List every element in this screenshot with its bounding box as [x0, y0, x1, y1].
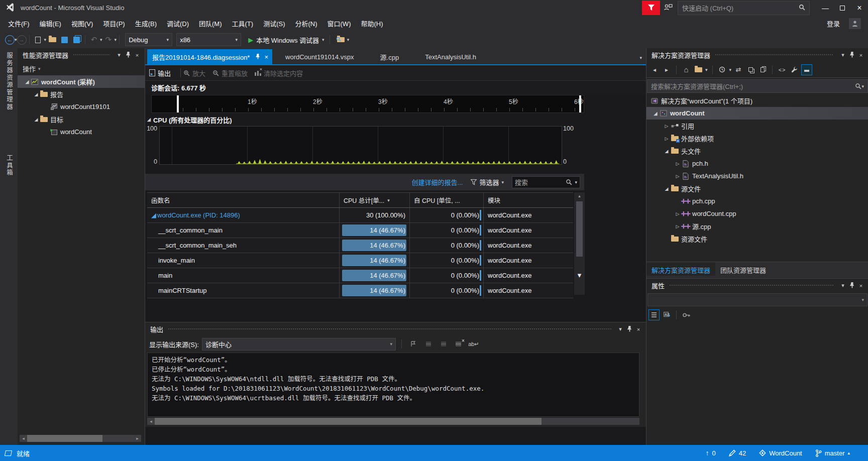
col-header-module[interactable]: 模块 — [484, 193, 573, 207]
chevron-down-icon[interactable]: ▾ — [838, 282, 847, 289]
pin-icon[interactable] — [625, 326, 634, 333]
scrollbar-thumb[interactable] — [576, 201, 583, 257]
tab-overflow-icon[interactable]: ▾ — [639, 55, 642, 60]
perf-tree-reports[interactable]: ◢ 报告 — [18, 88, 145, 100]
expanded-icon[interactable]: ◢ — [652, 111, 660, 116]
debugger-dropdown[interactable]: ▾ — [322, 37, 324, 42]
collapsed-icon[interactable]: ▷ — [674, 211, 682, 216]
perf-tree-root[interactable]: ◢ wordCount (采样) — [18, 75, 145, 88]
scroll-down-icon[interactable]: ▾ — [574, 271, 585, 280]
scroll-up-icon[interactable]: ▴ — [574, 193, 585, 198]
cpu-section-header[interactable]: ◢ CPU (所有处理器的百分比) — [147, 114, 599, 125]
menu-edit[interactable]: 编辑(E) — [35, 16, 66, 31]
scrollbar-thumb[interactable] — [155, 418, 541, 425]
chevron-down-icon[interactable]: ▾ — [115, 52, 124, 58]
clear-selection-button[interactable]: × 清除选定内容 — [255, 68, 303, 78]
switch-views-dropdown[interactable]: ▾ — [705, 67, 708, 72]
perf-tree-report-item[interactable]: wordCount19101 — [18, 100, 145, 113]
menu-help[interactable]: 帮助(H) — [356, 16, 388, 31]
menu-project[interactable]: 项目(P) — [98, 16, 130, 31]
menu-team[interactable]: 团队(M) — [194, 16, 227, 31]
branch-status[interactable]: master ▴ — [815, 449, 850, 457]
property-pages-key-icon[interactable] — [681, 310, 691, 320]
expanded-icon[interactable]: ◢ — [663, 186, 671, 191]
open-folder-icon[interactable] — [46, 34, 58, 46]
chevron-down-icon[interactable]: ▾ — [838, 52, 847, 58]
close-icon[interactable]: × — [856, 283, 865, 289]
view-code-icon[interactable]: <> — [777, 65, 787, 75]
zoom-in-button[interactable]: 放大 — [183, 68, 205, 78]
tree-pch-h[interactable]: ▷ h pch.h — [646, 157, 868, 170]
new-project-icon[interactable] — [32, 34, 44, 46]
minimize-button[interactable]: — — [817, 2, 834, 15]
scroll-right-icon[interactable]: ▸ — [134, 436, 141, 441]
pending-changes-status[interactable]: 42 — [729, 449, 746, 457]
timeline-start-marker[interactable] — [177, 95, 179, 112]
close-icon[interactable]: × — [133, 52, 142, 58]
find-in-files-icon[interactable] — [335, 34, 347, 46]
tree-references[interactable]: ▷ 引用 — [646, 120, 868, 132]
search-options-dropdown[interactable]: ▾ — [575, 180, 577, 185]
scroll-left-icon[interactable]: ◂ — [20, 436, 27, 441]
clear-all-icon[interactable]: × — [453, 338, 465, 350]
properties-wrench-icon[interactable] — [789, 65, 799, 75]
menu-file[interactable]: 文件(F) — [3, 16, 35, 31]
save-all-icon[interactable] — [70, 34, 82, 46]
menu-tools[interactable]: 工具(T) — [227, 16, 259, 31]
menu-debug[interactable]: 调试(D) — [162, 16, 194, 31]
properties-object-select[interactable]: ▾ — [647, 293, 867, 306]
collapsed-icon[interactable]: ▷ — [674, 224, 682, 229]
tree-wordcount-cpp[interactable]: ▷ ✛✛ wordCount.cpp — [646, 207, 868, 220]
menu-test[interactable]: 测试(S) — [258, 16, 290, 31]
tab-toolbox[interactable]: 工具箱 — [5, 155, 14, 177]
git-push-status[interactable]: ↑ 0 — [706, 449, 716, 457]
close-icon[interactable]: × — [634, 326, 643, 332]
tree-pch-cpp[interactable]: ✛✛ pch.cpp — [646, 195, 868, 207]
tab-textanalysisutil-h[interactable]: TextAnalysisUtil.h — [412, 49, 489, 64]
scrollbar-thumb[interactable] — [27, 435, 102, 442]
redo-dropdown[interactable]: ▾ — [115, 37, 117, 42]
avatar[interactable] — [849, 18, 861, 29]
tab-yuan-cpp[interactable]: 源.cpp — [367, 49, 412, 64]
pending-changes-filter-icon[interactable] — [717, 65, 727, 75]
back-icon[interactable]: ◂ — [649, 65, 660, 75]
expanded-icon[interactable]: ◢ — [33, 92, 40, 97]
table-vscrollbar[interactable]: ▴ ▾ — [574, 192, 585, 295]
feedback-icon[interactable] — [664, 4, 673, 13]
sign-in-button[interactable]: 登录 — [822, 16, 845, 31]
filter-dropdown[interactable]: ▾ — [729, 67, 732, 72]
pin-icon[interactable] — [847, 52, 856, 59]
actions-menu[interactable]: 操作 ▾ — [18, 62, 145, 75]
output-log[interactable]: 已开始分析“wordCount”。 已停止分析“wordCount”。 无法为 … — [147, 353, 639, 417]
table-row[interactable]: __scrt_common_main 14 (46.67%) 0 (0.00%)… — [147, 223, 573, 238]
scroll-left-icon[interactable]: ◂ — [147, 419, 155, 424]
tab-vspx[interactable]: wordCount191014.vspx — [272, 49, 367, 64]
redo-icon[interactable]: ↷ — [102, 34, 115, 46]
close-button[interactable]: × — [851, 2, 868, 15]
tree-project-wordcount[interactable]: ◢ wordCount — [646, 107, 868, 120]
alphabetical-sort-icon[interactable]: AZ — [662, 310, 672, 320]
tab-server-explorer[interactable]: 服务器资源管理器 — [5, 52, 14, 110]
create-detailed-report-link[interactable]: 创建详细的报告... — [412, 177, 463, 187]
collapsed-icon[interactable]: ▷ — [674, 161, 682, 166]
col-header-self-cpu[interactable]: 自 CPU [单位, ... — [410, 193, 484, 207]
find-dropdown[interactable]: ▾ — [347, 37, 350, 42]
navigate-forward-icon[interactable]: → — [17, 35, 27, 45]
function-search-input[interactable]: 搜索 ▾ — [512, 176, 580, 188]
close-icon[interactable]: × — [264, 53, 268, 61]
navigate-back-dropdown[interactable]: ▾ — [15, 37, 17, 42]
menu-build[interactable]: 生成(B) — [130, 16, 162, 31]
output-export-button[interactable]: ▸ 输出 — [149, 68, 171, 78]
reset-zoom-button[interactable]: 重置缩放 — [212, 68, 248, 78]
menu-analyze[interactable]: 分析(N) — [290, 16, 322, 31]
quick-launch-input[interactable]: 快速启动 (Ctrl+Q) — [678, 1, 810, 15]
expanded-icon[interactable]: ◢ — [24, 79, 31, 84]
sync-with-active-document-icon[interactable]: ⇄ — [733, 65, 743, 75]
perf-tree-targets[interactable]: ◢ 目标 — [18, 113, 145, 126]
start-debug-label[interactable]: 本地 Windows 调试器 — [256, 35, 319, 45]
menu-window[interactable]: 窗口(W) — [322, 16, 356, 31]
tab-solution-explorer[interactable]: 解决方案资源管理器 — [646, 262, 715, 276]
expanded-icon[interactable]: ◢ — [147, 117, 151, 122]
close-icon[interactable]: × — [856, 52, 865, 58]
expanded-icon[interactable]: ◢ — [663, 149, 671, 154]
